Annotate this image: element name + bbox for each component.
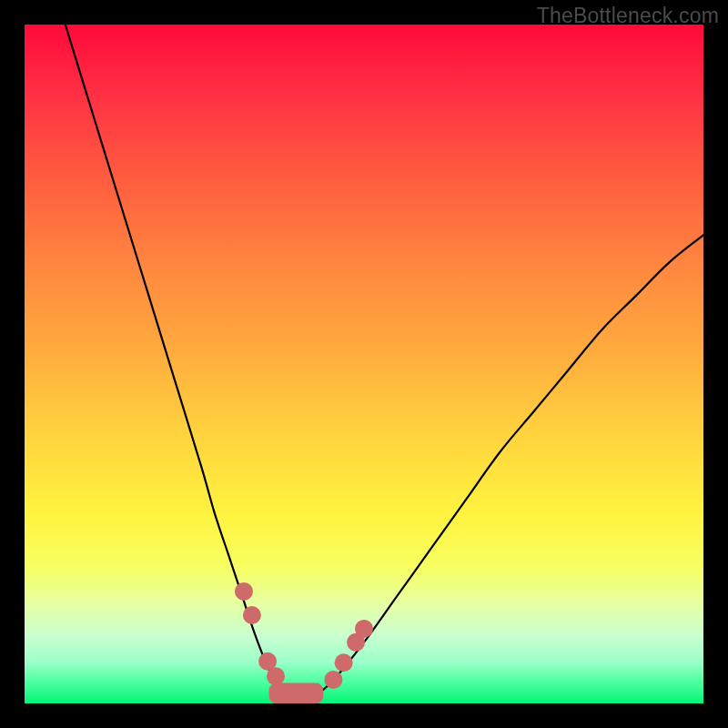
chart-svg-overlay <box>25 25 703 703</box>
curve-marker <box>335 653 353 672</box>
curve-marker <box>235 582 253 601</box>
curve-marker <box>243 606 261 624</box>
valley-bar <box>269 683 324 703</box>
chart-plot-area <box>25 25 703 703</box>
curve-marker <box>355 620 373 638</box>
curve-marker <box>324 671 342 689</box>
chart-outer-frame: TheBottleneck.com <box>0 0 728 728</box>
bottleneck-curve-right <box>323 235 703 690</box>
curve-marker <box>267 667 285 685</box>
